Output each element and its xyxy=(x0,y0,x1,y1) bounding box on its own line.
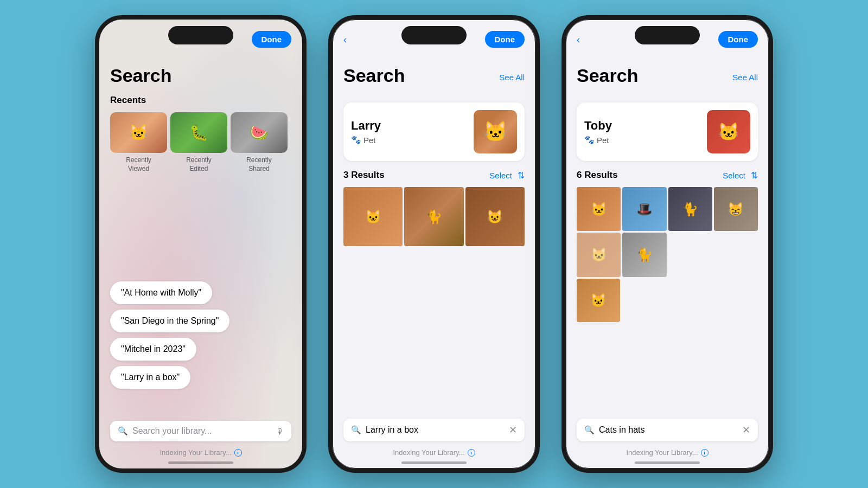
dynamic-island-3 xyxy=(635,26,700,44)
indexing-text-1: Indexing Your Library... xyxy=(159,448,231,457)
larry-photo-img: 🐱 xyxy=(474,110,517,153)
recent-thumb-viewed: 🐱 xyxy=(110,112,167,153)
home-indicator-3 xyxy=(635,461,700,464)
pet-name-larry: Larry xyxy=(351,119,474,133)
photo-grid-toby: 🐱 🎩 🐈 😸 🐱 🐈 xyxy=(577,187,758,277)
search-icon-1: 🔍 xyxy=(118,426,128,436)
done-button-3[interactable]: Done xyxy=(718,31,758,48)
mic-icon-1[interactable]: 🎙 xyxy=(276,427,284,436)
done-button-2[interactable]: Done xyxy=(485,31,525,48)
info-icon-2[interactable]: i xyxy=(468,449,475,457)
toby-photo-img: 🐱 xyxy=(707,110,750,153)
recent-item-viewed[interactable]: 🐱 RecentlyViewed xyxy=(110,112,167,173)
search-title-1: Search xyxy=(110,60,291,86)
info-icon-3[interactable]: i xyxy=(701,449,709,457)
sort-icon-2[interactable]: ⇅ xyxy=(518,170,525,181)
results-actions-3: Select ⇅ xyxy=(723,170,758,181)
done-button-1[interactable]: Done xyxy=(252,31,292,48)
watermelon-thumb: 🍉 xyxy=(231,112,288,153)
results-header-3: 6 Results Select ⇅ xyxy=(577,170,758,181)
search-placeholder-1: Search your library... xyxy=(132,426,271,436)
pet-name-toby: Toby xyxy=(584,119,707,133)
search-bar-1[interactable]: 🔍 Search your library... 🎙 xyxy=(110,421,291,441)
recently-shared-label: RecentlyShared xyxy=(246,156,272,173)
indexing-text-3: Indexing Your Library... xyxy=(626,448,698,457)
search-bar-3[interactable]: 🔍 Cats in hats ✕ xyxy=(577,419,758,441)
search-title-2: Search xyxy=(343,60,405,86)
recent-item-shared[interactable]: 🍉 RecentlyShared xyxy=(231,112,288,173)
suggestion-larry[interactable]: "Larry in a box" xyxy=(110,366,190,389)
search-value-2: Larry in a box xyxy=(366,425,505,435)
indexing-text-2: Indexing Your Library... xyxy=(393,448,464,457)
results-count-2: 3 Results xyxy=(343,170,385,181)
recents-row: 🐱 RecentlyViewed 🐛 RecentlyEdited 🍉 Rece… xyxy=(110,112,291,173)
clear-icon-2[interactable]: ✕ xyxy=(509,424,517,436)
back-button-2[interactable]: ‹ xyxy=(343,32,347,48)
indexing-bar-3: Indexing Your Library... i xyxy=(566,448,769,457)
clear-icon-3[interactable]: ✕ xyxy=(742,424,750,436)
pet-info-toby: Toby 🐾 Pet xyxy=(584,119,707,145)
dynamic-island-1 xyxy=(168,26,233,44)
photo-toby-3[interactable]: 🐈 xyxy=(668,187,712,231)
results-header-2: 3 Results Select ⇅ xyxy=(343,170,525,181)
search-value-3: Cats in hats xyxy=(599,425,738,435)
search-input-container-2[interactable]: 🔍 Larry in a box ✕ xyxy=(343,419,525,441)
photo-larry-2[interactable]: 🐈 xyxy=(404,187,463,246)
suggestion-mitchel[interactable]: "Mitchel in 2023" xyxy=(110,338,196,361)
suggestions-list: "At Home with Molly" "San Diego in the S… xyxy=(110,281,291,389)
recent-item-edited[interactable]: 🐛 RecentlyEdited xyxy=(170,112,227,173)
photo-toby-7[interactable]: 🐱 xyxy=(577,279,620,322)
photo-grid-larry: 🐱 🐈 😺 xyxy=(343,187,525,246)
search-bar-2[interactable]: 🔍 Larry in a box ✕ xyxy=(343,419,525,441)
search-input-container-1[interactable]: 🔍 Search your library... 🎙 xyxy=(110,421,291,441)
paw-icon-larry: 🐾 xyxy=(351,135,361,145)
home-indicator-1 xyxy=(168,461,233,464)
select-button-3[interactable]: Select xyxy=(723,171,745,180)
see-all-button-2[interactable]: See All xyxy=(499,73,525,82)
results-count-3: 6 Results xyxy=(577,170,618,181)
suggestion-sandiego[interactable]: "San Diego in the Spring" xyxy=(110,310,229,332)
photo-toby-2[interactable]: 🎩 xyxy=(622,187,666,231)
green-bug-thumb: 🐛 xyxy=(170,112,227,153)
photo-toby-5[interactable]: 🐱 xyxy=(577,233,621,277)
pet-card-larry[interactable]: Larry 🐾 Pet 🐱 xyxy=(343,102,525,161)
indexing-bar-1: Indexing Your Library... i xyxy=(99,448,302,457)
pet-info-larry: Larry 🐾 Pet xyxy=(351,119,474,145)
phone-2-content: Search See All Larry 🐾 Pet 🐱 3 Results S… xyxy=(333,52,535,452)
search-input-container-3[interactable]: 🔍 Cats in hats ✕ xyxy=(577,419,758,441)
recent-thumb-shared: 🍉 xyxy=(231,112,288,153)
suggestion-molly[interactable]: "At Home with Molly" xyxy=(110,281,212,304)
recent-thumb-edited: 🐛 xyxy=(170,112,227,153)
search-icon-3: 🔍 xyxy=(584,425,595,435)
recently-edited-label: RecentlyEdited xyxy=(186,156,212,173)
pet-photo-larry: 🐱 xyxy=(474,110,517,153)
back-button-3[interactable]: ‹ xyxy=(577,32,580,48)
phone-1: Done Search Recents 🐱 RecentlyViewed 🐛 R… xyxy=(95,15,307,473)
recently-viewed-label: RecentlyViewed xyxy=(126,156,151,173)
photo-larry-3[interactable]: 😺 xyxy=(465,187,525,246)
phone-2: ‹ Done Search See All Larry 🐾 Pet 🐱 3 Re… xyxy=(328,15,540,473)
recents-label: Recents xyxy=(110,95,291,106)
pet-type-larry: 🐾 Pet xyxy=(351,135,474,145)
pet-photo-toby: 🐱 xyxy=(707,110,750,153)
home-indicator-2 xyxy=(401,461,467,464)
photo-toby-6[interactable]: 🐈 xyxy=(622,233,666,277)
dynamic-island-2 xyxy=(401,26,467,44)
paw-icon-toby: 🐾 xyxy=(584,135,595,145)
search-icon-2: 🔍 xyxy=(351,425,361,435)
photo-larry-1[interactable]: 🐱 xyxy=(343,187,403,246)
select-button-2[interactable]: Select xyxy=(489,171,512,180)
photo-toby-1[interactable]: 🐱 xyxy=(577,187,621,231)
phone-3: ‹ Done Search See All Toby 🐾 Pet 🐱 6 Res… xyxy=(561,15,773,473)
info-icon-1[interactable]: i xyxy=(234,449,242,457)
results-actions-2: Select ⇅ xyxy=(489,170,525,181)
photo-toby-4[interactable]: 😸 xyxy=(714,187,758,231)
pet-card-toby[interactable]: Toby 🐾 Pet 🐱 xyxy=(577,102,758,161)
phone-3-content: Search See All Toby 🐾 Pet 🐱 6 Results Se… xyxy=(566,52,769,452)
sort-icon-3[interactable]: ⇅ xyxy=(751,170,758,181)
search-title-3: Search xyxy=(577,60,638,86)
indexing-bar-2: Indexing Your Library... i xyxy=(333,448,535,457)
pet-type-toby: 🐾 Pet xyxy=(584,135,707,145)
see-all-button-3[interactable]: See All xyxy=(732,73,758,82)
orange-cat-thumb: 🐱 xyxy=(110,112,167,153)
